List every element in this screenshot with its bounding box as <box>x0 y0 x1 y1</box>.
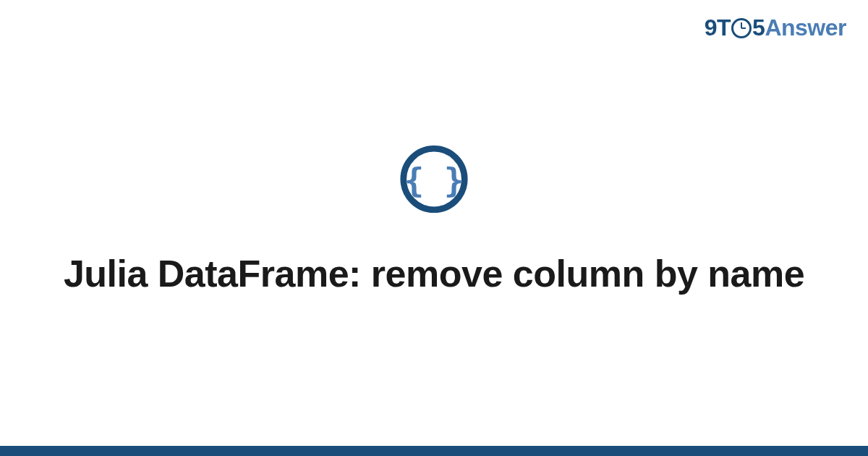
site-logo: 9T5Answer <box>705 14 846 41</box>
bottom-accent-bar <box>0 446 868 456</box>
icon-braces-text: { } <box>404 161 464 200</box>
clock-icon <box>731 18 752 38</box>
logo-text-5: 5 <box>752 14 765 41</box>
page-title: Julia DataFrame: remove column by name <box>43 250 825 297</box>
logo-text-answer: Answer <box>765 14 846 41</box>
main-content: { } Julia DataFrame: remove column by na… <box>0 145 868 297</box>
logo-text-9t: 9T <box>705 14 731 41</box>
code-braces-icon: { } <box>399 145 469 214</box>
